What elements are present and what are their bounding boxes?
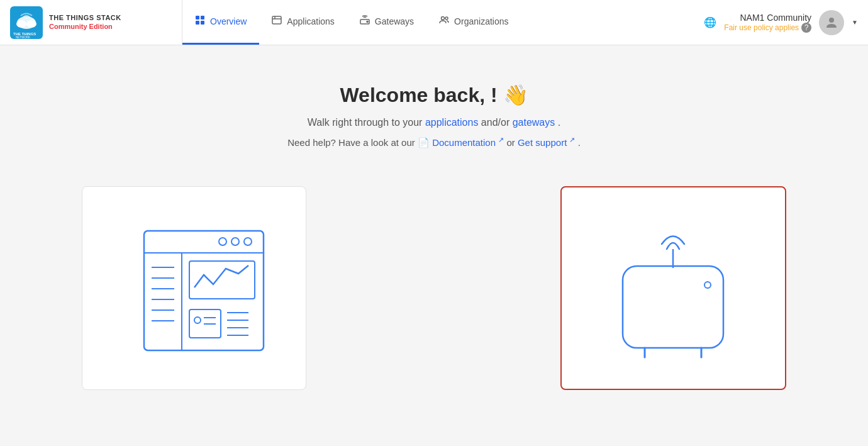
applications-card[interactable]	[82, 186, 306, 390]
user-dropdown-arrow[interactable]: ▼	[852, 19, 858, 26]
documentation-link[interactable]: Documentation ↗	[432, 137, 506, 148]
nav-organizations-label: Organizations	[454, 16, 508, 26]
gateways-link[interactable]: gateways	[513, 117, 555, 128]
window-icon	[272, 15, 282, 28]
center-card	[321, 186, 545, 390]
navbar: THE THINGS NETWORK THE THINGS STACK Comm…	[0, 0, 868, 45]
svg-point-17	[829, 18, 834, 23]
nav-items: Overview Applications	[182, 0, 694, 45]
svg-point-41	[704, 282, 711, 288]
logo-section: THE THINGS NETWORK THE THINGS STACK Comm…	[0, 0, 182, 45]
svg-point-22	[244, 238, 252, 245]
gateways-card[interactable]	[560, 186, 786, 390]
nav-item-applications[interactable]: Applications	[259, 0, 347, 45]
svg-point-20	[219, 238, 226, 245]
logo-title: THE THINGS STACK	[49, 14, 121, 22]
cluster-info: NAM1 Community Fair use policy applies ?	[724, 13, 811, 33]
get-support-link[interactable]: Get support ↗	[518, 137, 578, 148]
svg-point-15	[442, 17, 445, 20]
applications-link[interactable]: applications	[425, 117, 479, 128]
svg-rect-10	[272, 16, 281, 24]
applications-illustration	[113, 212, 276, 363]
people-icon	[439, 15, 449, 28]
nav-item-organizations[interactable]: Organizations	[426, 0, 521, 45]
svg-point-14	[367, 21, 368, 23]
router-icon	[360, 15, 370, 28]
welcome-subtitle: Walk right through to your applications …	[82, 117, 786, 128]
cluster-name: NAM1 Community	[740, 13, 812, 23]
svg-point-21	[231, 238, 239, 245]
fair-use-link[interactable]: Fair use policy applies ?	[724, 23, 811, 33]
svg-rect-9	[201, 21, 204, 25]
grid-icon	[195, 15, 205, 28]
nav-overview-label: Overview	[210, 16, 247, 26]
fair-use-text: Fair use policy applies	[724, 23, 799, 32]
main-content: Welcome back, ! 👋 Walk right through to …	[57, 45, 811, 415]
ttn-logo-icon: THE THINGS NETWORK	[10, 6, 43, 39]
svg-text:NETWORK: NETWORK	[16, 36, 30, 39]
nav-item-gateways[interactable]: Gateways	[347, 0, 426, 45]
svg-point-32	[194, 317, 201, 323]
nav-applications-label: Applications	[287, 16, 335, 26]
svg-rect-6	[196, 16, 199, 20]
svg-point-2	[16, 20, 26, 28]
welcome-section: Welcome back, ! 👋 Walk right through to …	[82, 83, 786, 148]
gateway-illustration	[591, 213, 755, 364]
welcome-title: Welcome back, ! 👋	[82, 83, 786, 107]
user-avatar[interactable]	[819, 10, 844, 35]
nav-gateways-label: Gateways	[375, 16, 414, 26]
help-question-icon[interactable]: ?	[801, 23, 811, 33]
svg-rect-8	[196, 21, 199, 25]
nav-item-overview[interactable]: Overview	[182, 0, 259, 45]
svg-rect-18	[144, 231, 264, 350]
logo-subtitle: Community Edition	[49, 23, 121, 31]
cards-section	[82, 186, 786, 390]
globe-icon: 🌐	[704, 16, 716, 28]
help-text: Need help? Have a look at our 📄 Document…	[82, 136, 786, 148]
svg-point-16	[445, 17, 448, 20]
nav-right: 🌐 NAM1 Community Fair use policy applies…	[694, 0, 868, 45]
svg-rect-7	[201, 16, 204, 20]
svg-rect-40	[623, 266, 723, 348]
svg-point-3	[26, 20, 36, 28]
logo-text-block: THE THINGS STACK Community Edition	[49, 14, 121, 30]
